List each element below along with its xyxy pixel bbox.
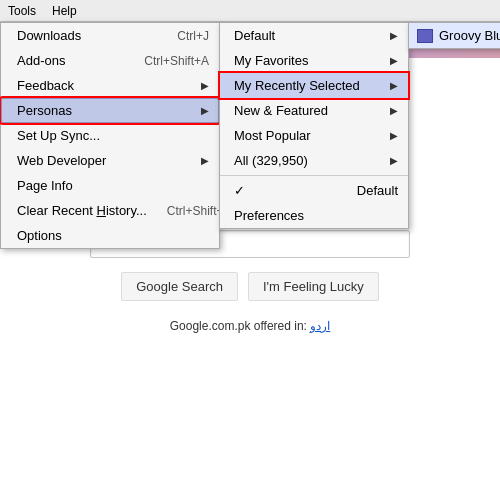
personas-item-default[interactable]: Default ▶ — [220, 23, 408, 48]
menu-item-web-developer-arrow: ▶ — [201, 155, 209, 166]
menu-item-personas-label: Personas — [17, 103, 72, 118]
recently-item-groovy-blue[interactable]: Groovy Blue — [409, 23, 500, 48]
menu-item-web-developer[interactable]: Web Developer ▶ — [1, 148, 219, 173]
personas-item-recently-selected-label: My Recently Selected — [234, 78, 360, 93]
menu-item-web-developer-label: Web Developer — [17, 153, 106, 168]
personas-item-all[interactable]: All (329,950) ▶ — [220, 148, 408, 173]
personas-item-preferences[interactable]: Preferences — [220, 203, 408, 228]
personas-submenu: Default ▶ My Favorites ▶ My Recently Sel… — [219, 22, 409, 229]
personas-item-recently-selected-arrow: ▶ — [390, 80, 398, 91]
personas-separator — [220, 175, 408, 176]
menu-item-feedback-label: Feedback — [17, 78, 74, 93]
personas-item-favorites-label: My Favorites — [234, 53, 308, 68]
menu-item-feedback-arrow: ▶ — [201, 80, 209, 91]
menu-item-options[interactable]: Options — [1, 223, 219, 248]
menu-item-setup-sync-label: Set Up Sync... — [17, 128, 100, 143]
tools-menu: Downloads Ctrl+J Add-ons Ctrl+Shift+A Fe… — [0, 22, 220, 249]
google-search-button[interactable]: Google Search — [121, 272, 238, 301]
personas-item-favorites[interactable]: My Favorites ▶ — [220, 48, 408, 73]
menu-item-feedback[interactable]: Feedback ▶ — [1, 73, 219, 98]
personas-item-default-arrow: ▶ — [390, 30, 398, 41]
menu-item-addons-label: Add-ons — [17, 53, 65, 68]
groovy-blue-color-box — [417, 29, 433, 43]
menubar-tools[interactable]: Tools — [0, 2, 44, 20]
recently-submenu: Groovy Blue — [408, 22, 500, 49]
menu-item-addons-shortcut: Ctrl+Shift+A — [144, 54, 209, 68]
personas-item-new-featured-arrow: ▶ — [390, 105, 398, 116]
menu-item-downloads-label: Downloads — [17, 28, 81, 43]
personas-item-default-check-label: Default — [357, 183, 398, 198]
menu-item-options-label: Options — [17, 228, 62, 243]
menu-item-personas-arrow: ▶ — [201, 105, 209, 116]
personas-item-recently-selected[interactable]: My Recently Selected ▶ — [220, 73, 408, 98]
personas-item-most-popular[interactable]: Most Popular ▶ — [220, 123, 408, 148]
personas-item-all-label: All (329,950) — [234, 153, 308, 168]
personas-item-favorites-arrow: ▶ — [390, 55, 398, 66]
menu-item-page-info-label: Page Info — [17, 178, 73, 193]
menu-item-downloads-shortcut: Ctrl+J — [177, 29, 209, 43]
checkmark-icon: ✓ — [234, 183, 245, 198]
personas-item-all-arrow: ▶ — [390, 155, 398, 166]
personas-item-most-popular-arrow: ▶ — [390, 130, 398, 141]
search-buttons: Google Search I'm Feeling Lucky — [121, 272, 378, 301]
personas-item-preferences-label: Preferences — [234, 208, 304, 223]
menubar: Tools Help — [0, 0, 500, 22]
menu-item-downloads[interactable]: Downloads Ctrl+J — [1, 23, 219, 48]
menubar-help[interactable]: Help — [44, 2, 85, 20]
menu-item-setup-sync[interactable]: Set Up Sync... — [1, 123, 219, 148]
personas-item-default-check[interactable]: ✓ Default — [220, 178, 408, 203]
menu-item-page-info[interactable]: Page Info — [1, 173, 219, 198]
personas-item-most-popular-label: Most Popular — [234, 128, 311, 143]
offered-in-text: Google.com.pk offered in: اردو — [170, 319, 331, 333]
menu-item-clear-recent-label: Clear Recent History... — [17, 203, 147, 218]
menu-item-addons[interactable]: Add-ons Ctrl+Shift+A — [1, 48, 219, 73]
personas-item-default-label: Default — [234, 28, 275, 43]
groovy-blue-label: Groovy Blue — [439, 28, 500, 43]
feeling-lucky-button[interactable]: I'm Feeling Lucky — [248, 272, 379, 301]
personas-item-new-featured-label: New & Featured — [234, 103, 328, 118]
menu-item-personas[interactable]: Personas ▶ — [1, 98, 219, 123]
menu-item-clear-recent[interactable]: Clear Recent History... Ctrl+Shift+Del — [1, 198, 219, 223]
offered-lang-link[interactable]: اردو — [310, 319, 330, 333]
personas-item-new-featured[interactable]: New & Featured ▶ — [220, 98, 408, 123]
